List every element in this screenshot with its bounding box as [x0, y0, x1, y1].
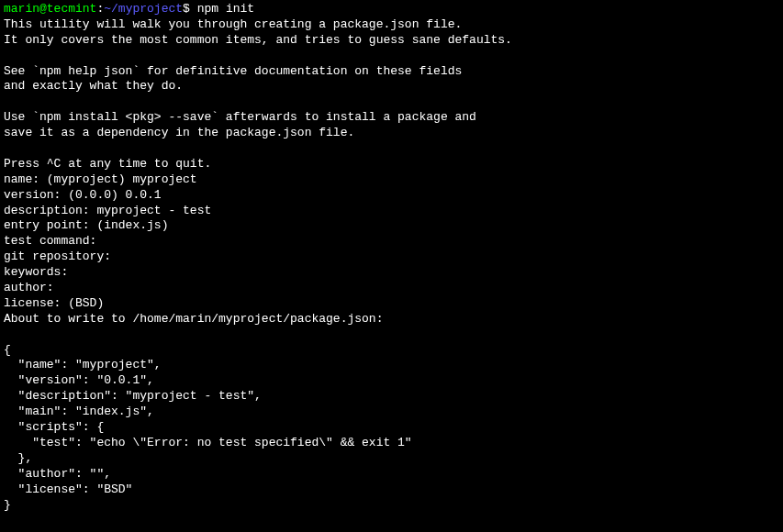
- json-preview-line: }: [4, 498, 779, 514]
- output-line: and exactly what they do.: [4, 79, 779, 94]
- blank-line: [4, 513, 779, 528]
- json-preview-line: "test": "echo \"Error: no test specified…: [4, 436, 779, 451]
- prompt-path: ~/myproject: [104, 2, 183, 16]
- json-preview-line: "author": "",: [4, 467, 779, 482]
- json-preview-line: "main": "index.js",: [4, 405, 779, 420]
- json-preview-line: {: [4, 343, 779, 359]
- input-prompt-author[interactable]: author:: [4, 281, 779, 296]
- blank-line: [4, 528, 779, 532]
- json-preview-line: "name": "myproject",: [4, 358, 779, 373]
- input-prompt-license[interactable]: license: (BSD): [4, 296, 779, 312]
- input-prompt-version[interactable]: version: (0.0.0) 0.0.1: [4, 188, 779, 204]
- prompt-dollar: $: [183, 2, 190, 16]
- json-preview-line: "description": "myproject - test",: [4, 389, 779, 405]
- output-line: About to write to /home/marin/myproject/…: [4, 312, 779, 327]
- blank-line: [4, 141, 779, 157]
- input-prompt-name[interactable]: name: (myproject) myproject: [4, 172, 779, 188]
- prompt-command[interactable]: npm init: [190, 2, 254, 16]
- blank-line: [4, 49, 779, 64]
- prompt-user-host: marin@tecmint: [4, 2, 96, 16]
- input-prompt-entry-point[interactable]: entry point: (index.js): [4, 218, 779, 234]
- json-preview-line: "scripts": {: [4, 420, 779, 436]
- output-line: This utility will walk you through creat…: [4, 17, 779, 33]
- input-prompt-keywords[interactable]: keywords:: [4, 265, 779, 281]
- output-line: See `npm help json` for definitive docum…: [4, 64, 779, 80]
- input-prompt-test-command[interactable]: test command:: [4, 234, 779, 249]
- blank-line: [4, 327, 779, 343]
- input-prompt-git-repository[interactable]: git repository:: [4, 249, 779, 265]
- json-preview-line: "license": "BSD": [4, 482, 779, 498]
- blank-line: [4, 94, 779, 110]
- output-line: Press ^C at any time to quit.: [4, 157, 779, 172]
- terminal-prompt-line: marin@tecmint:~/myproject$ npm init: [4, 2, 779, 17]
- input-prompt-description[interactable]: description: myproject - test: [4, 204, 779, 219]
- output-line: save it as a dependency in the package.j…: [4, 126, 779, 141]
- json-preview-line: },: [4, 451, 779, 467]
- output-line: It only covers the most common items, an…: [4, 33, 779, 49]
- json-preview-line: "version": "0.0.1",: [4, 373, 779, 389]
- output-line: Use `npm install <pkg> --save` afterward…: [4, 110, 779, 126]
